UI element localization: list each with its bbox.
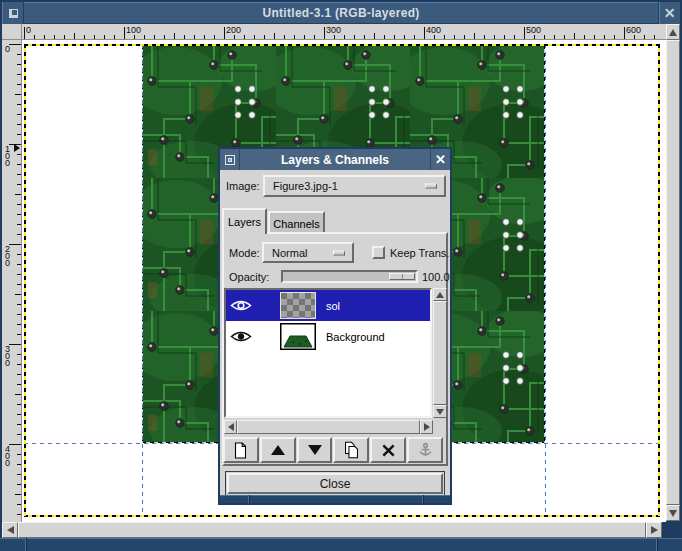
ruler-tick bbox=[304, 35, 305, 39]
scrollbar-corner bbox=[662, 522, 680, 538]
keep-trans-checkbox[interactable] bbox=[372, 246, 385, 259]
vertical-ruler[interactable]: 01 0 02 0 03 0 04 0 0 bbox=[2, 40, 22, 522]
opacity-value: 100.0 bbox=[422, 271, 450, 283]
anchor-layer-button[interactable] bbox=[407, 437, 443, 463]
ruler-tick bbox=[17, 184, 21, 185]
ruler-label: 3 0 0 bbox=[5, 346, 10, 367]
vertical-scrollbar-down-button[interactable] bbox=[666, 505, 680, 521]
image-label: Image: bbox=[226, 180, 260, 192]
ruler-tick bbox=[17, 304, 21, 305]
ruler-tick bbox=[34, 35, 35, 39]
opacity-label: Opacity: bbox=[229, 271, 269, 283]
new-layer-button[interactable] bbox=[223, 437, 259, 463]
dialog-close-button[interactable]: ✕ bbox=[430, 149, 450, 170]
dialog-titlebar[interactable]: Layers & Channels ✕ bbox=[220, 149, 450, 170]
layer-row-sol[interactable]: sol bbox=[226, 290, 430, 321]
vertical-scrollbar-thumb[interactable] bbox=[666, 40, 680, 505]
horizontal-scrollbar-right-button[interactable] bbox=[646, 522, 662, 538]
ruler-tick bbox=[15, 94, 21, 95]
ruler-tick bbox=[284, 35, 285, 39]
ruler-tick bbox=[474, 33, 475, 39]
gimp-image-window: Untitled-3.1 (RGB-layered) ✕ 01002003004… bbox=[0, 0, 682, 551]
ruler-tick bbox=[494, 35, 495, 39]
mode-option-menu[interactable]: Normal bbox=[262, 242, 354, 263]
horizontal-scrollbar[interactable] bbox=[18, 522, 646, 538]
lower-layer-button[interactable] bbox=[297, 437, 333, 463]
window-close-button[interactable]: ✕ bbox=[658, 2, 680, 24]
ruler-tick bbox=[484, 35, 485, 39]
visibility-toggle[interactable] bbox=[226, 330, 256, 343]
window-menu-button[interactable] bbox=[2, 2, 24, 24]
ruler-label: 400 bbox=[426, 25, 441, 35]
layer-thumbnail[interactable] bbox=[280, 292, 316, 319]
arrow-up-icon bbox=[436, 292, 444, 298]
dialog-menu-button[interactable] bbox=[220, 149, 240, 170]
close-icon: ✕ bbox=[664, 6, 676, 20]
list-scroll-left-button[interactable] bbox=[224, 420, 237, 434]
ruler-tick bbox=[444, 35, 445, 39]
list-hscrollbar-thumb[interactable] bbox=[237, 420, 420, 434]
tab-layers[interactable]: Layers bbox=[222, 208, 267, 234]
ruler-tick bbox=[364, 35, 365, 39]
arrow-left-icon bbox=[7, 526, 14, 534]
tab-channels[interactable]: Channels bbox=[268, 211, 325, 234]
arrow-up-icon bbox=[669, 29, 677, 36]
option-menu-indicator-icon bbox=[333, 250, 345, 255]
guide-vertical-left[interactable] bbox=[142, 44, 143, 517]
list-scroll-right-button[interactable] bbox=[420, 420, 433, 434]
ruler-tick bbox=[394, 35, 395, 39]
list-scroll-up-button[interactable] bbox=[433, 288, 447, 301]
ruler-tick bbox=[17, 364, 21, 365]
ruler-corner bbox=[2, 24, 22, 40]
visibility-toggle[interactable] bbox=[226, 299, 256, 312]
ruler-tick bbox=[164, 35, 165, 39]
frame-handle-separator bbox=[422, 495, 423, 503]
list-scroll-down-button[interactable] bbox=[433, 405, 447, 418]
ruler-tick bbox=[17, 154, 21, 155]
ruler-tick bbox=[634, 35, 635, 39]
horizontal-scrollbar-thumb[interactable] bbox=[18, 522, 646, 538]
raise-layer-button[interactable] bbox=[260, 437, 296, 463]
layer-list-vscrollbar[interactable] bbox=[433, 288, 447, 418]
ruler-tick bbox=[124, 27, 125, 39]
layer-thumbnail[interactable] bbox=[280, 323, 316, 350]
ruler-tick bbox=[9, 144, 21, 145]
layers-channels-dialog: Layers & Channels ✕ Image: Figure3.jpg-1… bbox=[218, 147, 452, 505]
opacity-slider[interactable] bbox=[281, 270, 418, 283]
lower-layer-icon bbox=[307, 444, 323, 456]
ruler-tick bbox=[84, 35, 85, 39]
ruler-tick bbox=[334, 35, 335, 39]
guide-vertical-right[interactable] bbox=[545, 44, 546, 517]
ruler-tick bbox=[17, 104, 21, 105]
layer-action-buttons bbox=[223, 437, 443, 463]
window-title: Untitled-3.1 (RGB-layered) bbox=[24, 2, 658, 24]
image-option-menu[interactable]: Figure3.jpg-1 bbox=[263, 175, 446, 197]
vertical-scrollbar-up-button[interactable] bbox=[666, 24, 680, 40]
close-button[interactable]: Close bbox=[227, 473, 443, 494]
ruler-tick bbox=[594, 35, 595, 39]
ruler-tick bbox=[15, 194, 21, 195]
ruler-tick bbox=[234, 35, 235, 39]
ruler-tick bbox=[17, 174, 21, 175]
duplicate-layer-button[interactable] bbox=[333, 437, 369, 463]
opacity-slider-handle[interactable] bbox=[389, 273, 415, 280]
ruler-tick bbox=[404, 35, 405, 39]
ruler-label: 100 bbox=[126, 25, 141, 35]
list-vscrollbar-thumb[interactable] bbox=[433, 301, 447, 405]
raise-layer-icon bbox=[270, 444, 286, 456]
horizontal-scrollbar-left-button[interactable] bbox=[2, 522, 18, 538]
layer-boundary-bottom bbox=[24, 515, 660, 517]
ruler-label: 200 bbox=[226, 25, 241, 35]
horizontal-ruler[interactable]: 0100200300400500600 bbox=[22, 24, 666, 40]
vertical-scrollbar[interactable] bbox=[666, 40, 680, 505]
ruler-tick bbox=[604, 35, 605, 39]
ruler-label: 600 bbox=[626, 25, 641, 35]
ruler-tick bbox=[17, 414, 21, 415]
delete-layer-button[interactable] bbox=[370, 437, 406, 463]
layer-row-background[interactable]: Background bbox=[226, 321, 430, 352]
ruler-tick bbox=[624, 27, 625, 39]
ruler-tick bbox=[24, 27, 25, 39]
layer-list-hscrollbar[interactable] bbox=[224, 420, 433, 434]
ruler-tick bbox=[94, 35, 95, 39]
ruler-position-marker-icon bbox=[14, 144, 20, 152]
